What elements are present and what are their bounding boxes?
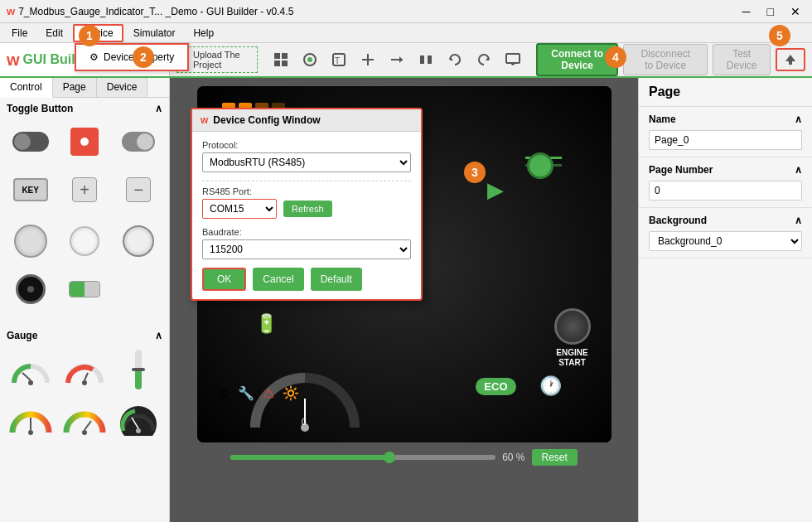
widget-minus[interactable]: − [115,169,162,210]
toolbar-icon-5[interactable] [384,49,410,70]
toolbar-icon-2[interactable] [297,49,323,70]
disconnect-button[interactable]: Disconnect to Device [623,44,708,75]
badge-2: 2 [133,46,154,68]
widget-toggle-2[interactable] [60,121,108,162]
rs485-row: COM15 Refresh [202,199,411,219]
toolbar-icon-4[interactable] [355,49,381,70]
name-section-header[interactable]: Name ∧ [649,114,802,125]
minimize-button[interactable]: ─ [737,5,756,18]
svg-rect-2 [274,60,280,66]
page-number-header[interactable]: Page Number ∧ [649,164,802,176]
svg-text:0: 0 [302,418,307,427]
toolbar-icon-3[interactable]: T [326,49,352,70]
badge-3: 3 [464,162,486,183]
dash-warning-icons: ⚙ 🔧 ⚠ 🔆 [218,385,299,401]
zoom-slider-track[interactable] [230,455,495,460]
gauge-item-1[interactable] [7,348,56,391]
badge-1: 1 [79,25,100,46]
widget-plus[interactable]: + [60,169,108,210]
menu-help[interactable]: Help [185,26,222,41]
name-label: Name [649,114,676,125]
widget-toggle-1[interactable] [7,121,54,162]
background-label: Background [649,215,707,226]
gauge-section-label: Gauge [7,330,37,341]
svg-line-24 [85,373,88,380]
widget-slider-1[interactable] [115,121,162,162]
gauge-item-5[interactable] [60,396,109,439]
svg-point-33 [136,428,141,433]
toolbar-icon-redo[interactable] [471,49,497,70]
slider-bar: 60 % Reset [230,449,578,466]
svg-line-22 [22,373,31,380]
ok-button[interactable]: OK [202,268,246,291]
upload-label: Upload The Project [193,50,250,70]
tab-control[interactable]: Control [0,78,53,98]
protocol-field: Protocol: ModbusRTU (RS485) [202,140,411,172]
widget-round-3[interactable] [115,220,162,262]
widget-round-2[interactable] [60,220,108,262]
menu-file[interactable]: File [3,26,36,41]
toolbar-icon-6[interactable] [413,49,439,70]
svg-point-21 [28,380,33,385]
page-number-label: Page Number [649,164,713,176]
widget-round-1[interactable] [7,220,54,262]
dialog-ww-icon: w [201,114,208,126]
svg-marker-19 [785,55,795,61]
default-button[interactable]: Default [311,268,362,291]
toolbar-icon-monitor[interactable] [500,49,526,70]
protocol-select[interactable]: ModbusRTU (RS485) [202,152,411,172]
baudrate-field: Baudrate: 115200 [202,227,411,259]
gauge-item-6[interactable] [114,396,162,439]
toggle-items-grid-2 [7,220,162,310]
toolbar-right: Connect to Device Disconnect to Device T… [529,43,812,76]
gauge-item-2[interactable] [60,348,109,391]
toggle-chevron-icon: ∧ [155,103,162,114]
svg-line-31 [85,421,91,430]
widget-round-4[interactable] [7,268,54,310]
tab-page[interactable]: Page [53,78,97,97]
test-button[interactable]: Test Device [713,44,771,75]
toggle-section-label: Toggle Button [7,103,73,114]
toolbar-icon-1[interactable] [268,49,294,70]
svg-marker-11 [399,56,403,63]
device-config-dialog: w Device Config Window Protocol: ModbusR… [191,108,423,301]
menu-simulator[interactable]: Simulator [125,26,184,41]
gauge-grid [7,348,162,439]
port-select[interactable]: COM15 [202,199,277,219]
dialog-divider [202,181,411,181]
toggle-section-header[interactable]: Toggle Button ∧ [7,103,162,114]
reset-button[interactable]: Reset [532,449,578,466]
toolbar-icon-undo[interactable] [442,49,468,70]
svg-rect-12 [420,56,424,64]
svg-rect-0 [274,53,280,59]
gauge-section-header[interactable]: Gauge ∧ [7,330,162,341]
baudrate-select[interactable]: 115200 [202,239,411,259]
background-section: Background ∧ Background_0 [639,208,812,259]
window-title: 7_Modbus_Gauge_Indicator_T... _Demo - GU… [18,6,293,17]
background-select[interactable]: Background_0 [649,231,802,251]
cancel-button[interactable]: Cancel [253,268,303,291]
tab-device[interactable]: Device [97,78,148,97]
protocol-label: Protocol: [202,140,411,150]
name-section: Name ∧ [639,107,812,157]
badge-5: 5 [769,25,790,46]
gauge-item-3[interactable] [114,348,162,391]
slider-percent: 60 % [502,452,524,463]
page-number-input[interactable] [649,181,802,201]
widget-round-5[interactable] [60,268,108,310]
close-button[interactable]: ✕ [785,5,805,18]
upload-button[interactable] [776,48,805,71]
page-name-input[interactable] [649,130,802,150]
background-chevron: ∧ [795,215,802,226]
menu-edit[interactable]: Edit [37,26,71,41]
widget-key[interactable]: KEY [7,169,54,210]
svg-rect-13 [428,56,432,64]
gauge-item-4[interactable] [7,396,56,439]
sidebar: Control Page Device Toggle Button ∧ [0,78,170,522]
maximize-button[interactable]: □ [762,5,779,18]
background-header[interactable]: Background ∧ [649,215,802,226]
dash-battery-icon: 🔋 [255,313,278,335]
dash-green-indicator [527,152,553,179]
svg-point-30 [82,430,87,435]
refresh-button[interactable]: Refresh [283,201,332,217]
